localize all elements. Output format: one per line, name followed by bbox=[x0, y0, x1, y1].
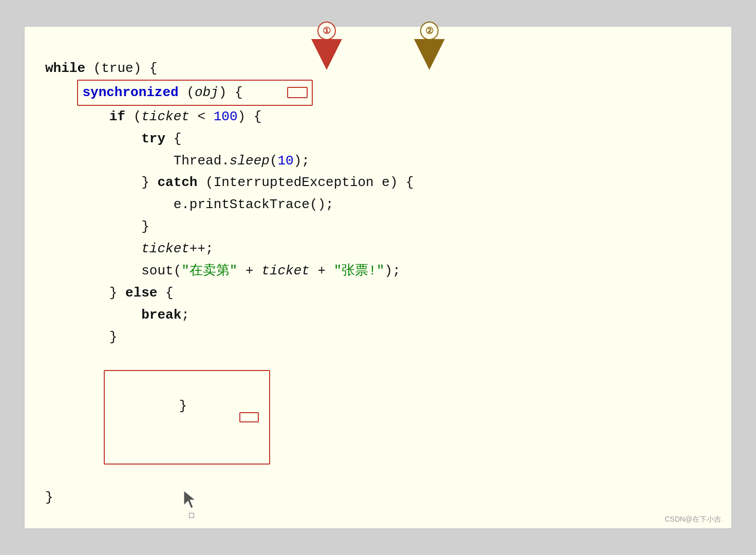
line-close-if: } bbox=[45, 326, 711, 348]
sync-box: synchronized (obj) { bbox=[77, 80, 312, 106]
line-synchronized: synchronized (obj) { bbox=[45, 80, 711, 106]
line-while: while (true) { bbox=[45, 58, 711, 80]
line-try: try { bbox=[45, 128, 711, 150]
line-ticket-inc: ticket++; bbox=[45, 238, 711, 260]
bottom-box: } bbox=[104, 370, 270, 465]
line-thread-sleep: Thread.sleep(10); bbox=[45, 150, 711, 172]
line-close-while: } bbox=[45, 487, 711, 509]
line-catch: } catch (InterruptedException e) { bbox=[45, 172, 711, 194]
cursor-small-rect bbox=[189, 513, 194, 518]
arrow1-circle: ① bbox=[317, 22, 336, 40]
bottom-red-rect bbox=[239, 412, 259, 422]
sync-red-rect bbox=[287, 87, 308, 98]
watermark: CSDN@在下小吉. bbox=[665, 515, 723, 524]
cursor-area bbox=[184, 491, 199, 518]
line-else: } else { bbox=[45, 282, 711, 304]
line-close-sync: } bbox=[45, 348, 711, 487]
line-break: break; bbox=[45, 304, 711, 326]
svg-marker-0 bbox=[184, 491, 195, 508]
slide-container: ① ② while (true) { synchronized (obj) { … bbox=[24, 26, 732, 529]
line-sout: sout("在卖第" + ticket + "张票!"); bbox=[45, 260, 711, 282]
arrow2-circle: ② bbox=[420, 22, 439, 40]
line-close-try: } bbox=[45, 216, 711, 238]
line-printstacktrace: e.printStackTrace(); bbox=[45, 194, 711, 216]
line-if: if (ticket < 100) { bbox=[45, 106, 711, 128]
code-area: while (true) { synchronized (obj) { if (… bbox=[45, 58, 711, 509]
